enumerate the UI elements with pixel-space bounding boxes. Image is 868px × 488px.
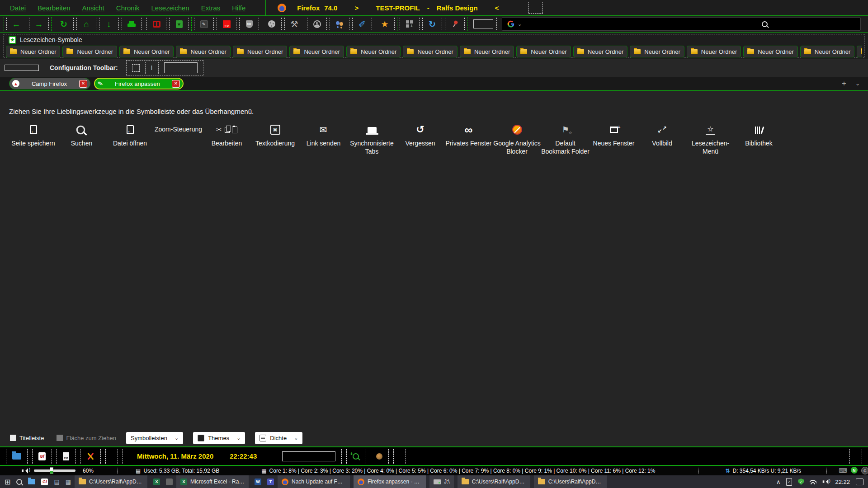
bookmark-folder-button[interactable]: Neuer Ordner (346, 46, 401, 57)
tray-speaker-icon[interactable]: ) (823, 479, 829, 484)
customize-item-bearbeiten[interactable]: ✂Bearbeiten (203, 122, 251, 155)
bookmark-folder-button[interactable]: Neuer Ordner (857, 46, 862, 57)
toolbar-tfd-extension-button[interactable]: TFD (217, 18, 236, 30)
notes-pinned[interactable]: ▤ (54, 479, 59, 485)
task-window-button-0[interactable]: C:\Users\Ralf\AppDat... (75, 475, 147, 488)
customize-item-neues-fenster[interactable]: +Neues Fenster (590, 122, 638, 155)
explorer-pinned[interactable] (28, 479, 35, 484)
tab-camp-firefox[interactable]: ▲ Camp Firefox ✕ (9, 78, 90, 89)
customize-item-default-bookmark-folder[interactable]: ⚑☆Default Bookmark Folder (541, 122, 590, 155)
web-app-launcher[interactable] (370, 449, 389, 464)
themes-dropdown[interactable]: Themes ⌄ (193, 432, 245, 444)
bookmark-folder-button[interactable]: Neuer Ordner (630, 46, 684, 57)
menu-lesezeichen[interactable]: Lesezeichen (151, 4, 189, 12)
toolbars-dropdown[interactable]: Symbolleisten ⌄ (126, 432, 183, 444)
toolbar-empty-slot-button[interactable] (470, 18, 497, 30)
toolbar-ublock-shield-button[interactable]: UO (239, 18, 259, 30)
notification-center-icon[interactable] (856, 479, 863, 485)
empty-slot[interactable] (849, 449, 862, 464)
toolbar-red-panel-extension-button[interactable] (146, 18, 166, 30)
customize-item-bibliothek[interactable]: Bibliothek (735, 122, 783, 155)
bookmark-folder-button[interactable]: Neuer Ordner (800, 46, 854, 57)
close-tab-icon[interactable]: ✕ (172, 80, 180, 88)
search-engine-chevron-icon[interactable]: ⌄ (518, 21, 522, 27)
toolbar-home-button[interactable]: ⌂ (76, 18, 96, 30)
customize-item-vergessen[interactable]: ↺Vergessen (396, 122, 444, 155)
bookmark-folder-button[interactable]: Neuer Ordner (119, 46, 174, 57)
bookmark-folder-button[interactable]: Neuer Ordner (289, 46, 344, 57)
customize-item-lesezeichen-menü[interactable]: ☆Lesezeichen-Menü (686, 122, 735, 155)
task-window-button-6[interactable]: Nach Update auf FF V... (278, 475, 350, 488)
search-pinned[interactable] (16, 479, 22, 485)
toolbar-back-button[interactable]: ← (6, 18, 26, 30)
toolbar-pin-button[interactable] (445, 18, 465, 30)
toolbar-contacts-duo-button[interactable] (330, 18, 349, 30)
menu-extras[interactable]: Extras (201, 4, 221, 12)
tray-expand-chevron-icon[interactable]: ∧ (776, 479, 781, 485)
toolbar-bookmark-star-button[interactable]: ★ (375, 18, 395, 30)
task-window-button-7[interactable]: Firefox anpassen - M... (354, 475, 426, 488)
task-window-button-9[interactable]: C:\Users\Ralf\AppDat... (458, 475, 530, 488)
search-bar[interactable]: ⌄ (502, 17, 861, 31)
menu-bearbeiten[interactable]: Bearbeiten (38, 4, 71, 12)
bookmark-folder-button[interactable]: Neuer Ordner (176, 46, 230, 57)
menu-hilfe[interactable]: Hilfe (232, 4, 245, 12)
customize-item-suchen[interactable]: Suchen (57, 122, 106, 155)
start-button[interactable]: ⊞ (5, 478, 10, 486)
menu-chronik[interactable]: Chronik (116, 4, 140, 12)
taskbar-icon-word-pinned[interactable]: W (255, 479, 261, 485)
bookmark-folder-button[interactable]: Neuer Ordner (573, 46, 627, 57)
defender-shield-icon[interactable]: ✓ (798, 479, 804, 485)
customize-item-seite-speichern[interactable]: ↓Seite speichern (9, 122, 57, 155)
toolbar-reload-button[interactable]: ↻ (54, 18, 74, 30)
toolbar-sync-button[interactable]: ↻ (422, 18, 442, 30)
folder-launcher[interactable] (6, 449, 28, 464)
volume-slider[interactable] (34, 469, 75, 472)
customize-item-synchronisierte-tabs[interactable]: Synchronisierte Tabs (348, 122, 396, 155)
customize-item-textkodierung[interactable]: ⌘Textkodierung (251, 122, 299, 155)
density-dropdown[interactable]: Dichte ⌄ (255, 432, 302, 444)
customize-item-privates-fenster[interactable]: ∞Privates Fenster (444, 122, 493, 155)
wifi-icon[interactable] (810, 479, 816, 484)
titlebar-checkbox[interactable] (10, 435, 16, 441)
toolbar-cookie-button[interactable] (262, 18, 282, 30)
customize-item-link-senden[interactable]: ✉Link senden (299, 122, 348, 155)
toolbar-account-button[interactable] (307, 18, 327, 30)
bookmark-folder-button[interactable]: Neuer Ordner (460, 46, 514, 57)
toolbar-highlighter-button[interactable]: ✐ (352, 18, 372, 30)
bookmark-folder-button[interactable]: Neuer Ordner (403, 46, 457, 57)
bookmark-folder-button[interactable]: Neuer Ordner (687, 46, 741, 57)
customize-item-datei-öffnen[interactable]: ↑Datei öffnen (106, 122, 154, 155)
tools-launcher[interactable] (80, 449, 101, 464)
bookmark-folder-button[interactable]: Neuer Ordner (743, 46, 797, 57)
close-tab-icon[interactable]: ✕ (79, 80, 87, 88)
toolbar-green-bookmark-box-button[interactable]: ★ (169, 18, 189, 30)
list-tabs-chevron-icon[interactable]: ⌄ (855, 80, 860, 87)
menu-ansicht[interactable]: Ansicht (82, 4, 104, 12)
taskbar-icon-excel-pinned[interactable]: X (153, 479, 160, 485)
volume-slider-handle[interactable] (50, 467, 53, 474)
gf-pinned[interactable]: Gf (41, 479, 48, 485)
tab-firefox-anpassen[interactable]: ✎ Firefox anpassen ✕ (94, 78, 184, 89)
empty-drop-slot[interactable] (132, 64, 140, 72)
toolbar-extensions-grid-button[interactable]: + (400, 18, 420, 30)
bookmark-folder-button[interactable]: Neuer Ordner (62, 46, 117, 57)
toolbar-forward-button[interactable]: → (29, 18, 49, 30)
tray-badge-n[interactable]: N (851, 467, 858, 474)
zoom-search-launcher[interactable] (346, 449, 365, 464)
toolbar-dark-edit-button[interactable]: ✎ (194, 18, 214, 30)
bookmark-folder-button[interactable]: Neuer Ordner (6, 46, 60, 57)
keyboard-icon[interactable]: ⌨ (839, 467, 847, 474)
bookmark-folder-button[interactable]: Neuer Ordner (516, 46, 571, 57)
flexible-spacer[interactable] (528, 2, 543, 14)
task-window-button-10[interactable]: C:\Users\Ralf\AppDat... (534, 475, 607, 488)
tray-badge-c[interactable]: C (861, 467, 868, 474)
customize-item-vollbild[interactable]: ↗↙Vollbild (638, 122, 686, 155)
task-window-button-3[interactable]: XMicrosoft Excel - Rail... (176, 475, 249, 488)
bookmark-folder-button[interactable]: Neuer Ordner (233, 46, 287, 57)
empty-input-box[interactable] (282, 451, 335, 461)
usb-device-icon[interactable]: ✓ (786, 478, 792, 486)
speaker-icon[interactable]: ) (22, 468, 28, 474)
zip-launcher[interactable]: ZIP (57, 449, 75, 464)
input-widget[interactable] (276, 449, 342, 464)
